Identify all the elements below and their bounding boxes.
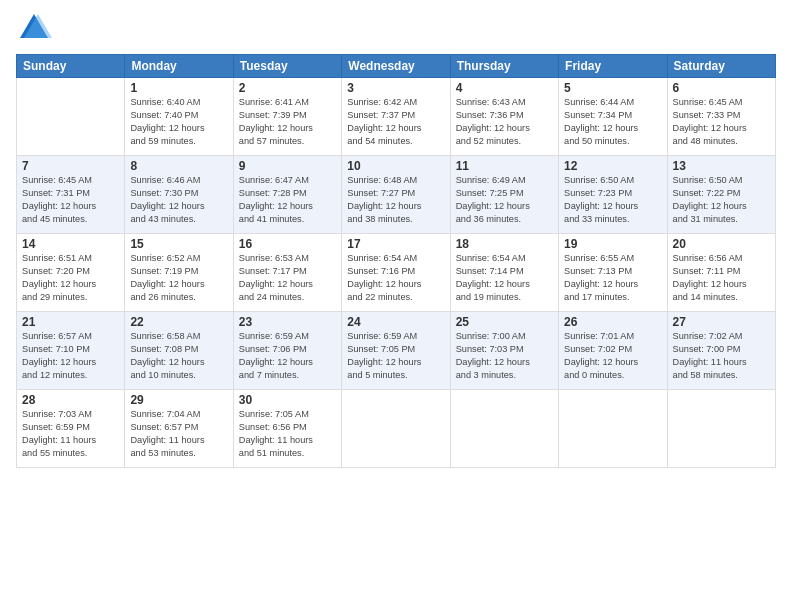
calendar-cell: 12Sunrise: 6:50 AM Sunset: 7:23 PM Dayli…: [559, 156, 667, 234]
calendar-cell: 2Sunrise: 6:41 AM Sunset: 7:39 PM Daylig…: [233, 78, 341, 156]
day-info: Sunrise: 6:58 AM Sunset: 7:08 PM Dayligh…: [130, 330, 227, 382]
calendar-cell: 27Sunrise: 7:02 AM Sunset: 7:00 PM Dayli…: [667, 312, 775, 390]
logo-icon: [16, 10, 52, 46]
calendar-cell: 26Sunrise: 7:01 AM Sunset: 7:02 PM Dayli…: [559, 312, 667, 390]
calendar-cell: 8Sunrise: 6:46 AM Sunset: 7:30 PM Daylig…: [125, 156, 233, 234]
weekday-header-tuesday: Tuesday: [233, 55, 341, 78]
calendar-cell: 10Sunrise: 6:48 AM Sunset: 7:27 PM Dayli…: [342, 156, 450, 234]
calendar-cell: 5Sunrise: 6:44 AM Sunset: 7:34 PM Daylig…: [559, 78, 667, 156]
calendar-cell: 9Sunrise: 6:47 AM Sunset: 7:28 PM Daylig…: [233, 156, 341, 234]
day-info: Sunrise: 6:51 AM Sunset: 7:20 PM Dayligh…: [22, 252, 119, 304]
calendar-week-row: 1Sunrise: 6:40 AM Sunset: 7:40 PM Daylig…: [17, 78, 776, 156]
day-info: Sunrise: 6:46 AM Sunset: 7:30 PM Dayligh…: [130, 174, 227, 226]
calendar-cell: 21Sunrise: 6:57 AM Sunset: 7:10 PM Dayli…: [17, 312, 125, 390]
day-info: Sunrise: 6:54 AM Sunset: 7:16 PM Dayligh…: [347, 252, 444, 304]
calendar-cell: [342, 390, 450, 468]
day-number: 11: [456, 159, 553, 173]
calendar-cell: [667, 390, 775, 468]
weekday-header-wednesday: Wednesday: [342, 55, 450, 78]
calendar-cell: 19Sunrise: 6:55 AM Sunset: 7:13 PM Dayli…: [559, 234, 667, 312]
day-number: 15: [130, 237, 227, 251]
calendar-cell: 25Sunrise: 7:00 AM Sunset: 7:03 PM Dayli…: [450, 312, 558, 390]
day-info: Sunrise: 6:57 AM Sunset: 7:10 PM Dayligh…: [22, 330, 119, 382]
calendar-cell: 29Sunrise: 7:04 AM Sunset: 6:57 PM Dayli…: [125, 390, 233, 468]
weekday-header-thursday: Thursday: [450, 55, 558, 78]
calendar-cell: 11Sunrise: 6:49 AM Sunset: 7:25 PM Dayli…: [450, 156, 558, 234]
weekday-header-saturday: Saturday: [667, 55, 775, 78]
day-info: Sunrise: 6:44 AM Sunset: 7:34 PM Dayligh…: [564, 96, 661, 148]
day-info: Sunrise: 6:45 AM Sunset: 7:31 PM Dayligh…: [22, 174, 119, 226]
day-info: Sunrise: 6:43 AM Sunset: 7:36 PM Dayligh…: [456, 96, 553, 148]
day-info: Sunrise: 7:05 AM Sunset: 6:56 PM Dayligh…: [239, 408, 336, 460]
day-info: Sunrise: 7:03 AM Sunset: 6:59 PM Dayligh…: [22, 408, 119, 460]
calendar-cell: 24Sunrise: 6:59 AM Sunset: 7:05 PM Dayli…: [342, 312, 450, 390]
day-number: 1: [130, 81, 227, 95]
calendar-cell: 7Sunrise: 6:45 AM Sunset: 7:31 PM Daylig…: [17, 156, 125, 234]
header: [16, 10, 776, 46]
day-number: 12: [564, 159, 661, 173]
day-number: 23: [239, 315, 336, 329]
day-info: Sunrise: 6:42 AM Sunset: 7:37 PM Dayligh…: [347, 96, 444, 148]
weekday-header-row: SundayMondayTuesdayWednesdayThursdayFrid…: [17, 55, 776, 78]
day-number: 21: [22, 315, 119, 329]
calendar-week-row: 28Sunrise: 7:03 AM Sunset: 6:59 PM Dayli…: [17, 390, 776, 468]
day-info: Sunrise: 6:53 AM Sunset: 7:17 PM Dayligh…: [239, 252, 336, 304]
calendar-week-row: 14Sunrise: 6:51 AM Sunset: 7:20 PM Dayli…: [17, 234, 776, 312]
day-info: Sunrise: 6:59 AM Sunset: 7:06 PM Dayligh…: [239, 330, 336, 382]
weekday-header-monday: Monday: [125, 55, 233, 78]
calendar-cell: 18Sunrise: 6:54 AM Sunset: 7:14 PM Dayli…: [450, 234, 558, 312]
calendar-cell: 16Sunrise: 6:53 AM Sunset: 7:17 PM Dayli…: [233, 234, 341, 312]
calendar: SundayMondayTuesdayWednesdayThursdayFrid…: [16, 54, 776, 468]
calendar-cell: [17, 78, 125, 156]
day-number: 29: [130, 393, 227, 407]
day-number: 4: [456, 81, 553, 95]
day-info: Sunrise: 6:45 AM Sunset: 7:33 PM Dayligh…: [673, 96, 770, 148]
day-info: Sunrise: 6:50 AM Sunset: 7:23 PM Dayligh…: [564, 174, 661, 226]
day-info: Sunrise: 7:04 AM Sunset: 6:57 PM Dayligh…: [130, 408, 227, 460]
calendar-week-row: 7Sunrise: 6:45 AM Sunset: 7:31 PM Daylig…: [17, 156, 776, 234]
calendar-cell: 17Sunrise: 6:54 AM Sunset: 7:16 PM Dayli…: [342, 234, 450, 312]
day-info: Sunrise: 6:41 AM Sunset: 7:39 PM Dayligh…: [239, 96, 336, 148]
calendar-cell: 3Sunrise: 6:42 AM Sunset: 7:37 PM Daylig…: [342, 78, 450, 156]
day-number: 30: [239, 393, 336, 407]
calendar-cell: 1Sunrise: 6:40 AM Sunset: 7:40 PM Daylig…: [125, 78, 233, 156]
day-number: 18: [456, 237, 553, 251]
day-number: 22: [130, 315, 227, 329]
day-number: 2: [239, 81, 336, 95]
day-info: Sunrise: 6:49 AM Sunset: 7:25 PM Dayligh…: [456, 174, 553, 226]
day-number: 19: [564, 237, 661, 251]
day-number: 27: [673, 315, 770, 329]
day-number: 16: [239, 237, 336, 251]
day-number: 5: [564, 81, 661, 95]
calendar-cell: 20Sunrise: 6:56 AM Sunset: 7:11 PM Dayli…: [667, 234, 775, 312]
weekday-header-friday: Friday: [559, 55, 667, 78]
day-info: Sunrise: 7:02 AM Sunset: 7:00 PM Dayligh…: [673, 330, 770, 382]
day-info: Sunrise: 6:50 AM Sunset: 7:22 PM Dayligh…: [673, 174, 770, 226]
calendar-cell: 23Sunrise: 6:59 AM Sunset: 7:06 PM Dayli…: [233, 312, 341, 390]
day-number: 6: [673, 81, 770, 95]
calendar-cell: 13Sunrise: 6:50 AM Sunset: 7:22 PM Dayli…: [667, 156, 775, 234]
calendar-cell: 22Sunrise: 6:58 AM Sunset: 7:08 PM Dayli…: [125, 312, 233, 390]
weekday-header-sunday: Sunday: [17, 55, 125, 78]
day-info: Sunrise: 6:47 AM Sunset: 7:28 PM Dayligh…: [239, 174, 336, 226]
day-number: 20: [673, 237, 770, 251]
calendar-cell: 15Sunrise: 6:52 AM Sunset: 7:19 PM Dayli…: [125, 234, 233, 312]
calendar-cell: 30Sunrise: 7:05 AM Sunset: 6:56 PM Dayli…: [233, 390, 341, 468]
calendar-cell: [559, 390, 667, 468]
calendar-cell: 28Sunrise: 7:03 AM Sunset: 6:59 PM Dayli…: [17, 390, 125, 468]
day-number: 25: [456, 315, 553, 329]
day-number: 3: [347, 81, 444, 95]
day-info: Sunrise: 6:40 AM Sunset: 7:40 PM Dayligh…: [130, 96, 227, 148]
day-number: 10: [347, 159, 444, 173]
day-number: 17: [347, 237, 444, 251]
day-info: Sunrise: 6:55 AM Sunset: 7:13 PM Dayligh…: [564, 252, 661, 304]
day-number: 14: [22, 237, 119, 251]
calendar-week-row: 21Sunrise: 6:57 AM Sunset: 7:10 PM Dayli…: [17, 312, 776, 390]
day-info: Sunrise: 7:00 AM Sunset: 7:03 PM Dayligh…: [456, 330, 553, 382]
calendar-cell: [450, 390, 558, 468]
day-number: 8: [130, 159, 227, 173]
day-number: 9: [239, 159, 336, 173]
day-info: Sunrise: 6:52 AM Sunset: 7:19 PM Dayligh…: [130, 252, 227, 304]
day-info: Sunrise: 6:56 AM Sunset: 7:11 PM Dayligh…: [673, 252, 770, 304]
day-number: 13: [673, 159, 770, 173]
